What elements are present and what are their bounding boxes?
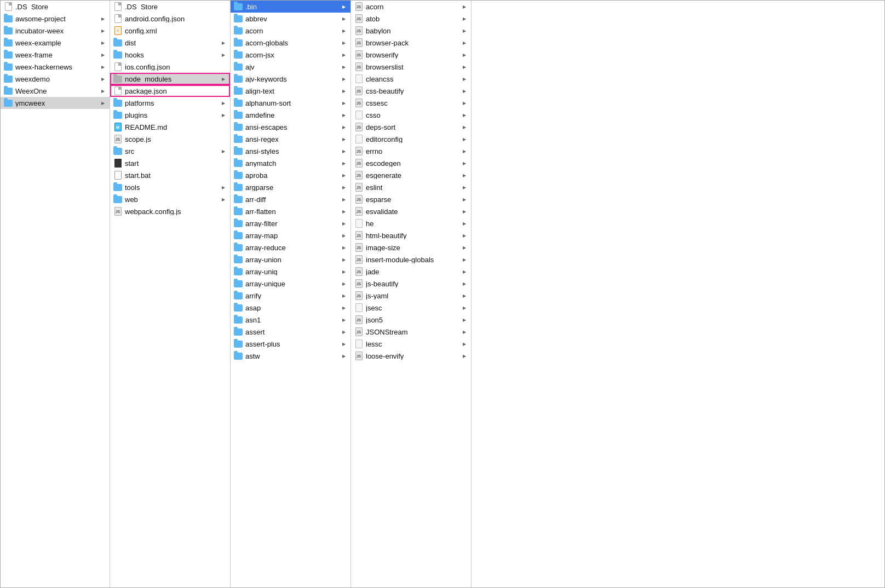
list-item[interactable]: package.json [110,85,230,97]
list-item[interactable]: ajv-keywords [231,73,350,85]
list-item[interactable]: ios.config.json [110,61,230,73]
list-item[interactable]: JSJSONStream [351,326,471,338]
item-label: ansi-escapes [245,124,341,131]
list-item[interactable]: align-text [231,85,350,97]
list-item[interactable]: array-unique [231,278,350,290]
list-item[interactable]: array-reduce [231,241,350,253]
column-1: .DS_Storeawsome-projectincubator-weexwee… [1,1,110,587]
list-item[interactable]: JSwebpack.config.js [110,205,230,217]
list-item[interactable]: JSbrowserify [351,49,471,61]
list-item[interactable]: he [351,217,471,229]
list-item[interactable]: JSesvalidate [351,205,471,217]
js-file-icon: JS [113,207,122,216]
list-item[interactable]: start.bat [110,169,230,181]
list-item[interactable]: JSjson5 [351,314,471,326]
list-item[interactable]: .DS_Store [110,1,230,13]
list-item[interactable]: JSjade [351,266,471,278]
list-item[interactable]: ansi-escapes [231,121,350,133]
list-item[interactable]: src [110,145,230,157]
list-item[interactable]: array-uniq [231,266,350,278]
list-item[interactable]: JSacorn [351,1,471,13]
list-item[interactable]: editorconfig [351,133,471,145]
expand-arrow-icon [462,77,467,81]
js-file-icon: JS [354,171,363,180]
list-item[interactable]: assert-plus [231,338,350,350]
item-label: array-union [245,256,341,263]
list-item[interactable]: JSbrowser-pack [351,37,471,49]
list-item[interactable]: node_modules [110,73,230,85]
list-item[interactable]: acorn-jsx [231,49,350,61]
list-item[interactable]: ansi-styles [231,145,350,157]
list-item[interactable]: JSscope.js [110,133,230,145]
list-item[interactable]: JScssesc [351,97,471,109]
list-item[interactable]: asn1 [231,314,350,326]
list-item[interactable]: .DS_Store [1,1,110,13]
js-file-icon: JS [354,207,363,216]
list-item[interactable]: Xconfig.xml [110,25,230,37]
list-item[interactable]: asap [231,302,350,314]
list-item[interactable]: JSjs-beautify [351,278,471,290]
list-item[interactable]: array-map [231,229,350,241]
list-item[interactable]: JSatob [351,13,471,25]
list-item[interactable]: weex-frame [1,49,110,61]
list-item[interactable]: JSesparse [351,193,471,205]
list-item[interactable]: JSdeps-sort [351,121,471,133]
list-item[interactable]: WeexOne [1,85,110,97]
list-item[interactable]: .bin [231,1,350,13]
list-item[interactable]: jsesc [351,302,471,314]
expand-arrow-icon [342,137,346,141]
list-item[interactable]: platforms [110,97,230,109]
list-item[interactable]: anymatch [231,157,350,169]
list-item[interactable]: JShtml-beautify [351,229,471,241]
list-item[interactable]: JSimage-size [351,241,471,253]
expand-arrow-icon [462,161,467,165]
list-item[interactable]: MREADME.md [110,121,230,133]
list-item[interactable]: ajv [231,61,350,73]
list-item[interactable]: incubator-weex [1,25,110,37]
list-item[interactable]: lessc [351,338,471,350]
list-item[interactable]: weexdemo [1,73,110,85]
list-item[interactable]: JSbabylon [351,25,471,37]
list-item[interactable]: weex-hackernews [1,61,110,73]
list-item[interactable]: csso [351,109,471,121]
item-label: arr-flatten [245,208,341,215]
list-item[interactable]: acorn-globals [231,37,350,49]
list-item[interactable]: JSloose-envify [351,350,471,362]
list-item[interactable]: plugins [110,109,230,121]
list-item[interactable]: amdefine [231,109,350,121]
list-item[interactable]: awsome-project [1,13,110,25]
list-item[interactable]: aproba [231,169,350,181]
list-item[interactable]: assert [231,326,350,338]
list-item[interactable]: hooks [110,49,230,61]
list-item[interactable]: JSeslint [351,181,471,193]
list-item[interactable]: JSesgenerate [351,169,471,181]
item-label: assert [245,328,341,336]
list-item[interactable]: JSbrowserslist [351,61,471,73]
list-item[interactable]: astw [231,350,350,362]
list-item[interactable]: array-union [231,253,350,266]
list-item[interactable]: web [110,193,230,205]
js-file-icon: JS [354,183,363,192]
list-item[interactable]: tools [110,181,230,193]
list-item[interactable]: ansi-regex [231,133,350,145]
list-item[interactable]: android.config.json [110,13,230,25]
list-item[interactable]: ymcweex [1,97,110,109]
list-item[interactable]: JSinsert-module-globals [351,253,471,266]
list-item[interactable]: alphanum-sort [231,97,350,109]
item-label: arr-diff [245,196,341,203]
list-item[interactable]: JSescodegen [351,157,471,169]
list-item[interactable]: array-filter [231,217,350,229]
list-item[interactable]: JScss-beautify [351,85,471,97]
list-item[interactable]: start [110,157,230,169]
list-item[interactable]: JSjs-yaml [351,290,471,302]
list-item[interactable]: acorn [231,25,350,37]
list-item[interactable]: dist [110,37,230,49]
list-item[interactable]: cleancss [351,73,471,85]
list-item[interactable]: arr-diff [231,193,350,205]
list-item[interactable]: argparse [231,181,350,193]
list-item[interactable]: weex-example [1,37,110,49]
list-item[interactable]: arrify [231,290,350,302]
list-item[interactable]: abbrev [231,13,350,25]
list-item[interactable]: arr-flatten [231,205,350,217]
list-item[interactable]: JSerrno [351,145,471,157]
